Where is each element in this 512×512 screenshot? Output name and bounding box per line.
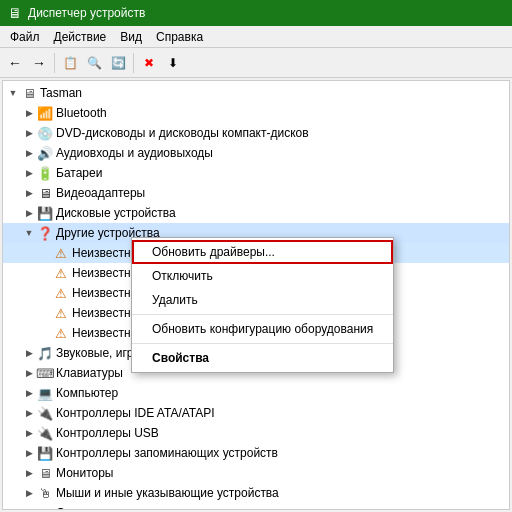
usb-icon: 🔌	[37, 425, 53, 441]
monitors-expand-icon[interactable]: ▶	[21, 465, 37, 481]
title-bar-icon: 🖥	[8, 5, 22, 21]
remove-button[interactable]: ✖	[138, 52, 160, 74]
disk-expand-icon[interactable]: ▶	[21, 205, 37, 221]
usb-expand-icon[interactable]: ▶	[21, 425, 37, 441]
computer-icon-2: 💻	[37, 385, 53, 401]
menu-action[interactable]: Действие	[48, 28, 113, 46]
mouse-label: Мыши и иные указывающие устройства	[56, 486, 279, 500]
display-expand-icon[interactable]: ▶	[21, 185, 37, 201]
menu-view[interactable]: Вид	[114, 28, 148, 46]
mouse-icon: 🖱	[37, 485, 53, 501]
ctx-refresh-hw[interactable]: Обновить конфигурацию оборудования	[132, 317, 393, 341]
ctx-disable[interactable]: Отключить	[132, 264, 393, 288]
bluetooth-label: Bluetooth	[56, 106, 107, 120]
download-button[interactable]: ⬇	[162, 52, 184, 74]
main-area: ▼ 🖥 Tasman ▶ 📶 Bluetooth ▶ 💿 DVD-дисково…	[0, 78, 512, 512]
scan-button[interactable]: 🔍	[83, 52, 105, 74]
display-label: Видеоадаптеры	[56, 186, 145, 200]
menu-file[interactable]: Файл	[4, 28, 46, 46]
print-label: Очереди печати	[56, 506, 146, 510]
ide-expand-icon[interactable]: ▶	[21, 405, 37, 421]
tree-item-monitors[interactable]: ▶ 🖥 Мониторы	[3, 463, 509, 483]
menu-bar: Файл Действие Вид Справка	[0, 26, 512, 48]
toolbar-separator-1	[54, 53, 55, 73]
other-expand-icon[interactable]: ▼	[21, 225, 37, 241]
unknown2-expand-icon	[37, 265, 53, 281]
ctx-delete-label: Удалить	[152, 293, 198, 307]
tree-item-mouse[interactable]: ▶ 🖱 Мыши и иные указывающие устройства	[3, 483, 509, 503]
bluetooth-expand-icon[interactable]: ▶	[21, 105, 37, 121]
toolbar: ← → 📋 🔍 🔄 ✖ ⬇	[0, 48, 512, 78]
monitors-label: Мониторы	[56, 466, 113, 480]
monitors-icon: 🖥	[37, 465, 53, 481]
ctx-properties[interactable]: Свойства	[132, 346, 393, 370]
computer-expand-icon[interactable]: ▶	[21, 385, 37, 401]
ctx-sep-1	[132, 314, 393, 315]
keyboard-label: Клавиатуры	[56, 366, 123, 380]
keyboard-icon: ⌨	[37, 365, 53, 381]
tree-item-audio[interactable]: ▶ 🔊 Аудиовходы и аудиовыходы	[3, 143, 509, 163]
back-button[interactable]: ←	[4, 52, 26, 74]
ctx-disable-label: Отключить	[152, 269, 213, 283]
ctx-update-drivers[interactable]: Обновить драйверы...	[132, 240, 393, 264]
sound-expand-icon[interactable]: ▶	[21, 345, 37, 361]
root-label: Tasman	[40, 86, 82, 100]
ctx-sep-2	[132, 343, 393, 344]
unknown1-icon: ⚠	[53, 245, 69, 261]
unknown5-icon: ⚠	[53, 325, 69, 341]
tree-item-dvd[interactable]: ▶ 💿 DVD-дисководы и дисководы компакт-ди…	[3, 123, 509, 143]
disk-icon: 💾	[37, 205, 53, 221]
unknown4-icon: ⚠	[53, 305, 69, 321]
forward-button[interactable]: →	[28, 52, 50, 74]
tree-item-battery[interactable]: ▶ 🔋 Батареи	[3, 163, 509, 183]
unknown3-expand-icon	[37, 285, 53, 301]
audio-expand-icon[interactable]: ▶	[21, 145, 37, 161]
sound-icon: 🎵	[37, 345, 53, 361]
ide-label: Контроллеры IDE ATA/ATAPI	[56, 406, 215, 420]
toolbar-separator-2	[133, 53, 134, 73]
tree-item-usb[interactable]: ▶ 🔌 Контроллеры USB	[3, 423, 509, 443]
title-bar-text: Диспетчер устройств	[28, 6, 145, 20]
context-menu: Обновить драйверы... Отключить Удалить О…	[131, 237, 394, 373]
unknown5-expand-icon	[37, 325, 53, 341]
audio-icon: 🔊	[37, 145, 53, 161]
update-button[interactable]: 🔄	[107, 52, 129, 74]
root-expand-icon[interactable]: ▼	[5, 85, 21, 101]
mouse-expand-icon[interactable]: ▶	[21, 485, 37, 501]
battery-expand-icon[interactable]: ▶	[21, 165, 37, 181]
other-icon: ❓	[37, 225, 53, 241]
properties-button[interactable]: 📋	[59, 52, 81, 74]
unknown2-icon: ⚠	[53, 265, 69, 281]
print-icon: 🖨	[37, 505, 53, 510]
tree-item-computer[interactable]: ▶ 💻 Компьютер	[3, 383, 509, 403]
ide-icon: 🔌	[37, 405, 53, 421]
display-icon: 🖥	[37, 185, 53, 201]
bluetooth-icon: 📶	[37, 105, 53, 121]
battery-label: Батареи	[56, 166, 102, 180]
ctx-properties-label: Свойства	[152, 351, 209, 365]
title-bar: 🖥 Диспетчер устройств	[0, 0, 512, 26]
tree-item-bluetooth[interactable]: ▶ 📶 Bluetooth	[3, 103, 509, 123]
dvd-label: DVD-дисководы и дисководы компакт-дисков	[56, 126, 309, 140]
usb-label: Контроллеры USB	[56, 426, 159, 440]
audio-label: Аудиовходы и аудиовыходы	[56, 146, 213, 160]
menu-help[interactable]: Справка	[150, 28, 209, 46]
tree-item-ide[interactable]: ▶ 🔌 Контроллеры IDE ATA/ATAPI	[3, 403, 509, 423]
tree-item-storage[interactable]: ▶ 💾 Контроллеры запоминающих устройств	[3, 443, 509, 463]
tree-root[interactable]: ▼ 🖥 Tasman	[3, 83, 509, 103]
device-tree[interactable]: ▼ 🖥 Tasman ▶ 📶 Bluetooth ▶ 💿 DVD-дисково…	[2, 80, 510, 510]
computer-label: Компьютер	[56, 386, 118, 400]
dvd-expand-icon[interactable]: ▶	[21, 125, 37, 141]
ctx-update-label: Обновить драйверы...	[152, 245, 275, 259]
disk-label: Дисковые устройства	[56, 206, 176, 220]
print-expand-icon[interactable]: ▶	[21, 505, 37, 510]
ctx-delete[interactable]: Удалить	[132, 288, 393, 312]
storage-icon: 💾	[37, 445, 53, 461]
tree-item-disk[interactable]: ▶ 💾 Дисковые устройства	[3, 203, 509, 223]
dvd-icon: 💿	[37, 125, 53, 141]
storage-expand-icon[interactable]: ▶	[21, 445, 37, 461]
tree-item-print[interactable]: ▶ 🖨 Очереди печати	[3, 503, 509, 510]
tree-item-display[interactable]: ▶ 🖥 Видеоадаптеры	[3, 183, 509, 203]
ctx-refresh-label: Обновить конфигурацию оборудования	[152, 322, 373, 336]
unknown4-expand-icon	[37, 305, 53, 321]
